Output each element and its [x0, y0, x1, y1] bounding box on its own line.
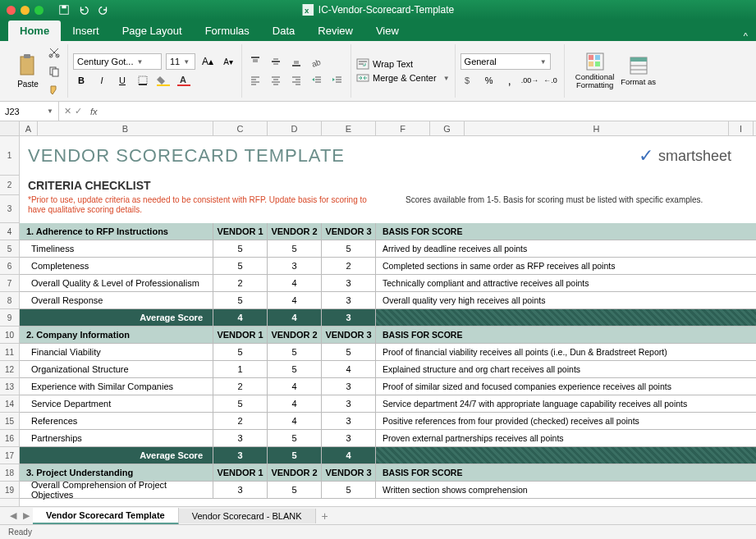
- score-cell[interactable]: 3: [213, 447, 268, 464]
- currency-icon[interactable]: $: [460, 72, 477, 89]
- confirm-formula-icon[interactable]: ✓: [75, 106, 82, 116]
- row-header[interactable]: 13: [0, 378, 19, 395]
- conditional-formatting-button[interactable]: Conditional Formatting: [570, 44, 621, 97]
- score-cell[interactable]: 5: [268, 240, 322, 257]
- score-cell[interactable]: VENDOR 3: [322, 223, 376, 240]
- score-cell[interactable]: 3: [322, 378, 376, 395]
- score-cell[interactable]: VENDOR 1: [213, 464, 268, 481]
- increase-font-icon[interactable]: A▴: [199, 53, 216, 70]
- format-painter-icon[interactable]: [46, 82, 62, 98]
- score-cell[interactable]: 3: [213, 482, 268, 498]
- row-header[interactable]: 2: [0, 176, 19, 195]
- align-right-icon[interactable]: [288, 72, 305, 89]
- score-cell[interactable]: 3: [268, 258, 322, 274]
- score-cell[interactable]: 5: [213, 240, 268, 257]
- row-header[interactable]: 11: [0, 344, 19, 361]
- score-cell[interactable]: 4: [268, 378, 322, 395]
- column-header[interactable]: I: [729, 121, 754, 135]
- orientation-icon[interactable]: ab: [309, 53, 325, 70]
- save-icon[interactable]: [58, 4, 70, 16]
- score-cell[interactable]: 5: [268, 361, 322, 377]
- collapse-ribbon-icon[interactable]: ^: [735, 31, 756, 41]
- tab-insert[interactable]: Insert: [61, 21, 111, 41]
- close-button[interactable]: [7, 6, 16, 15]
- score-cell[interactable]: 2: [213, 378, 268, 395]
- score-cell[interactable]: VENDOR 3: [322, 327, 376, 343]
- score-cell[interactable]: 3: [322, 292, 376, 308]
- format-as-button[interactable]: Format as: [621, 44, 657, 97]
- row-header[interactable]: 19: [0, 482, 19, 499]
- row-header[interactable]: 1: [0, 136, 19, 176]
- decrease-indent-icon[interactable]: [309, 72, 325, 89]
- percent-icon[interactable]: %: [481, 72, 497, 89]
- align-left-icon[interactable]: [247, 72, 263, 89]
- score-cell[interactable]: VENDOR 3: [322, 464, 376, 481]
- font-size-select[interactable]: 11▼: [166, 53, 195, 70]
- wrap-text-button[interactable]: Wrap Text: [356, 58, 450, 70]
- score-cell[interactable]: 1: [213, 361, 268, 377]
- score-cell[interactable]: VENDOR 2: [268, 327, 322, 343]
- score-cell[interactable]: 4: [268, 413, 322, 429]
- align-top-icon[interactable]: [247, 53, 263, 70]
- row-header[interactable]: 17: [0, 447, 19, 464]
- row-header[interactable]: 18: [0, 464, 19, 482]
- row-header[interactable]: 10: [0, 327, 19, 344]
- fill-color-icon[interactable]: [155, 72, 172, 89]
- score-cell[interactable]: 5: [213, 344, 268, 360]
- score-cell[interactable]: 2: [213, 275, 268, 291]
- score-cell[interactable]: 5: [213, 292, 268, 308]
- cell-grid[interactable]: VENDOR SCORECARD TEMPLATE ✓smartsheet CR…: [20, 136, 756, 506]
- score-cell[interactable]: VENDOR 1: [213, 327, 268, 343]
- row-header[interactable]: 12: [0, 361, 19, 378]
- increase-decimal-icon[interactable]: .00→: [522, 72, 538, 89]
- underline-button[interactable]: U: [114, 72, 131, 89]
- score-cell[interactable]: 4: [268, 309, 322, 326]
- score-cell[interactable]: 4: [213, 309, 268, 326]
- increase-indent-icon[interactable]: [329, 72, 346, 89]
- merge-center-button[interactable]: Merge & Center▼: [356, 72, 450, 84]
- sheet-tab-2[interactable]: Vendor Scorecard - BLANK: [179, 509, 316, 523]
- fx-icon[interactable]: fx: [87, 107, 101, 116]
- border-icon[interactable]: [135, 72, 151, 89]
- column-header[interactable]: G: [430, 121, 465, 135]
- score-cell[interactable]: 2: [322, 258, 376, 274]
- next-sheet-icon[interactable]: ▶: [20, 509, 33, 523]
- score-cell[interactable]: 3: [322, 430, 376, 446]
- paste-button[interactable]: Paste: [10, 44, 46, 97]
- tab-review[interactable]: Review: [306, 21, 364, 41]
- copy-icon[interactable]: [46, 63, 62, 80]
- comma-icon[interactable]: ,: [502, 72, 518, 89]
- number-format-select[interactable]: General▼: [460, 53, 551, 70]
- score-cell[interactable]: 5: [268, 430, 322, 446]
- score-cell[interactable]: 3: [322, 395, 376, 412]
- redo-icon[interactable]: [98, 4, 109, 16]
- score-cell[interactable]: 4: [268, 292, 322, 308]
- bold-button[interactable]: B: [73, 72, 89, 89]
- row-header[interactable]: 15: [0, 413, 19, 430]
- tab-page-layout[interactable]: Page Layout: [111, 21, 194, 41]
- sheet-tab-1[interactable]: Vendor Scorecard Template: [33, 508, 179, 525]
- tab-view[interactable]: View: [364, 21, 410, 41]
- column-header[interactable]: D: [268, 121, 322, 135]
- align-bottom-icon[interactable]: [288, 53, 305, 70]
- font-color-icon[interactable]: A: [176, 72, 192, 89]
- column-header[interactable]: C: [213, 121, 268, 135]
- formula-input[interactable]: [101, 102, 756, 121]
- tab-data[interactable]: Data: [261, 21, 306, 41]
- select-all-cell[interactable]: [0, 121, 20, 135]
- add-sheet-icon[interactable]: +: [316, 509, 334, 523]
- align-center-icon[interactable]: [268, 72, 284, 89]
- row-header[interactable]: 5: [0, 240, 19, 258]
- cut-icon[interactable]: [46, 44, 62, 61]
- score-cell[interactable]: 3: [322, 275, 376, 291]
- row-header[interactable]: 16: [0, 430, 19, 447]
- font-family-select[interactable]: Century Got...▼: [73, 53, 162, 70]
- score-cell[interactable]: 3: [213, 430, 268, 446]
- row-header[interactable]: 14: [0, 395, 19, 413]
- score-cell[interactable]: VENDOR 2: [268, 464, 322, 481]
- minimize-button[interactable]: [21, 6, 30, 15]
- score-cell[interactable]: 5: [213, 395, 268, 412]
- score-cell[interactable]: 4: [322, 447, 376, 464]
- score-cell[interactable]: 5: [322, 482, 376, 498]
- column-header[interactable]: E: [322, 121, 376, 135]
